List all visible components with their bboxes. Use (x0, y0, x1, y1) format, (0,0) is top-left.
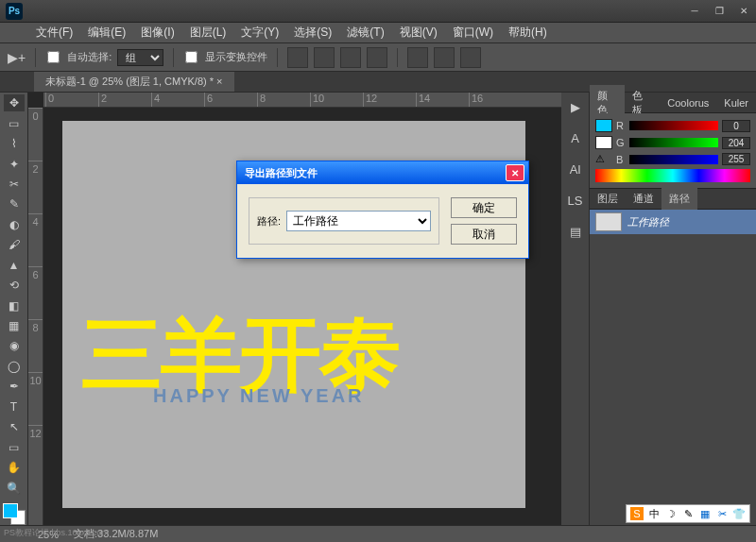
auto-select-checkbox[interactable] (47, 51, 60, 63)
tab-coolorus[interactable]: Coolorus (660, 93, 716, 112)
auto-select-dropdown[interactable]: 组 (117, 49, 163, 66)
tray-icon[interactable]: ✎ (681, 507, 695, 520)
color-panel-tabs: 颜色 色板 Coolorus Kuler (590, 93, 756, 113)
r-label: R (616, 120, 626, 131)
wand-tool[interactable]: ✦ (4, 155, 25, 172)
pen-tool[interactable]: ✒ (4, 378, 25, 395)
path-label: 路径: (257, 214, 281, 229)
menu-filter[interactable]: 滤镜(T) (339, 25, 391, 41)
tray-icon[interactable]: ✂ (715, 507, 729, 520)
blur-tool[interactable]: ◉ (4, 337, 25, 354)
align-icon[interactable] (367, 47, 387, 68)
b-label: B (616, 154, 626, 165)
path-name: 工作路径 (627, 215, 669, 229)
menu-type[interactable]: 文字(Y) (233, 25, 286, 41)
dialog-close-button[interactable]: ✕ (506, 164, 524, 181)
titlebar: Ps ─ ❐ ✕ (0, 0, 756, 23)
document-tab[interactable]: 未标题-1 @ 25% (图层 1, CMYK/8) * × (34, 72, 234, 92)
tray-icon[interactable]: 中 (647, 507, 661, 520)
foreground-color[interactable] (3, 503, 18, 518)
menu-layer[interactable]: 图层(L) (182, 25, 234, 41)
align-icon[interactable] (340, 47, 361, 68)
ruler-horizontal: 0246810121416 (43, 93, 561, 108)
maximize-button[interactable]: ❐ (707, 3, 731, 20)
distribute-icon[interactable] (434, 47, 455, 68)
move-tool[interactable]: ✥ (4, 94, 25, 111)
char-panel-icon[interactable]: A (571, 131, 579, 145)
expand-icon[interactable]: ▶ (571, 100, 580, 114)
tray-icon[interactable]: 👕 (732, 507, 746, 520)
cancel-button[interactable]: 取消 (451, 224, 517, 245)
dialog-title: 导出路径到文件 (245, 166, 318, 180)
eyedropper-tool[interactable]: ✎ (4, 195, 25, 212)
close-button[interactable]: ✕ (731, 3, 756, 20)
color-swatches[interactable] (3, 503, 26, 525)
g-slider[interactable] (629, 138, 718, 147)
path-thumbnail (595, 212, 622, 231)
menu-window[interactable]: 窗口(W) (445, 25, 501, 41)
warn-icon: ⚠ (595, 153, 612, 165)
menu-help[interactable]: 帮助(H) (501, 25, 555, 41)
path-tool[interactable]: ↖ (4, 418, 25, 435)
lasso-tool[interactable]: ⌇ (4, 135, 25, 152)
layers-panel-icon[interactable]: ▤ (570, 225, 581, 239)
gradient-tool[interactable]: ▦ (4, 317, 25, 334)
path-dropdown[interactable]: 工作路径 (286, 211, 431, 231)
history-tool[interactable]: ⟲ (4, 277, 25, 294)
align-icon[interactable] (314, 47, 335, 68)
window-controls: ─ ❐ ✕ (682, 3, 756, 20)
distribute-icon[interactable] (460, 47, 481, 68)
fg-swatch[interactable] (595, 119, 612, 132)
menubar: 文件(F) 编辑(E) 图像(I) 图层(L) 文字(Y) 选择(S) 滤镜(T… (0, 23, 756, 43)
path-item[interactable]: 工作路径 (590, 210, 756, 234)
b-value[interactable]: 255 (722, 153, 750, 165)
show-transform-checkbox[interactable] (185, 51, 198, 63)
ok-button[interactable]: 确定 (451, 197, 517, 218)
tab-channels[interactable]: 通道 (626, 188, 662, 210)
tab-paths[interactable]: 路径 (662, 188, 697, 210)
menu-edit[interactable]: 编辑(E) (80, 25, 133, 41)
distribute-icon[interactable] (407, 47, 428, 68)
ime-tray: S 中 ☽ ✎ ▦ ✂ 👕 (626, 504, 750, 523)
artwork-sub-text: HAPPY NEW YEAR (153, 385, 365, 407)
tab-layers[interactable]: 图层 (590, 188, 626, 210)
b-slider[interactable] (629, 155, 718, 164)
eraser-tool[interactable]: ◧ (4, 296, 25, 313)
crop-tool[interactable]: ✂ (4, 176, 25, 193)
minimize-button[interactable]: ─ (682, 3, 707, 20)
r-slider[interactable] (629, 121, 718, 130)
shape-tool[interactable]: ▭ (4, 438, 25, 455)
menu-image[interactable]: 图像(I) (133, 25, 181, 41)
brush-tool[interactable]: 🖌 (4, 236, 25, 253)
auto-select-label: 自动选择: (67, 50, 112, 64)
dialog-titlebar[interactable]: 导出路径到文件 ✕ (237, 161, 528, 184)
panel-icon-column: ▶ A Al LS ▤ (561, 93, 590, 525)
tab-kuler[interactable]: Kuler (716, 93, 756, 112)
hand-tool[interactable]: ✋ (4, 459, 25, 476)
g-value[interactable]: 204 (722, 137, 750, 149)
dodge-tool[interactable]: ◯ (4, 358, 25, 375)
tray-icon[interactable]: S (630, 507, 644, 520)
menu-file[interactable]: 文件(F) (28, 25, 80, 41)
type-tool[interactable]: T (4, 398, 25, 415)
marquee-tool[interactable]: ▭ (4, 114, 25, 131)
toolbar: ✥ ▭ ⌇ ✦ ✂ ✎ ◐ 🖌 ▲ ⟲ ◧ ▦ ◉ ◯ ✒ T ↖ ▭ ✋ 🔍 (0, 93, 28, 525)
para-panel-icon[interactable]: Al (570, 162, 581, 177)
move-tool-icon: ▶+ (8, 50, 26, 65)
color-spectrum[interactable] (595, 169, 750, 182)
align-icon[interactable] (287, 47, 308, 68)
menu-view[interactable]: 视图(V) (392, 25, 445, 41)
tray-icon[interactable]: ☽ (664, 507, 678, 520)
r-value[interactable]: 0 (722, 120, 750, 132)
menu-select[interactable]: 选择(S) (286, 25, 339, 41)
canvas-area: 0246810121416 024681012 三羊开泰 HAPPY NEW Y… (28, 93, 561, 525)
export-path-dialog: 导出路径到文件 ✕ 路径: 工作路径 确定 取消 (236, 161, 529, 259)
paths-panel-tabs: 图层 通道 路径 (590, 189, 756, 210)
stamp-tool[interactable]: ▲ (4, 257, 25, 274)
heal-tool[interactable]: ◐ (4, 216, 25, 233)
ls-panel-icon[interactable]: LS (568, 194, 583, 208)
paths-panel: 工作路径 (590, 210, 756, 525)
bg-swatch[interactable] (595, 136, 612, 149)
zoom-tool[interactable]: 🔍 (4, 479, 25, 496)
tray-icon[interactable]: ▦ (698, 507, 712, 520)
